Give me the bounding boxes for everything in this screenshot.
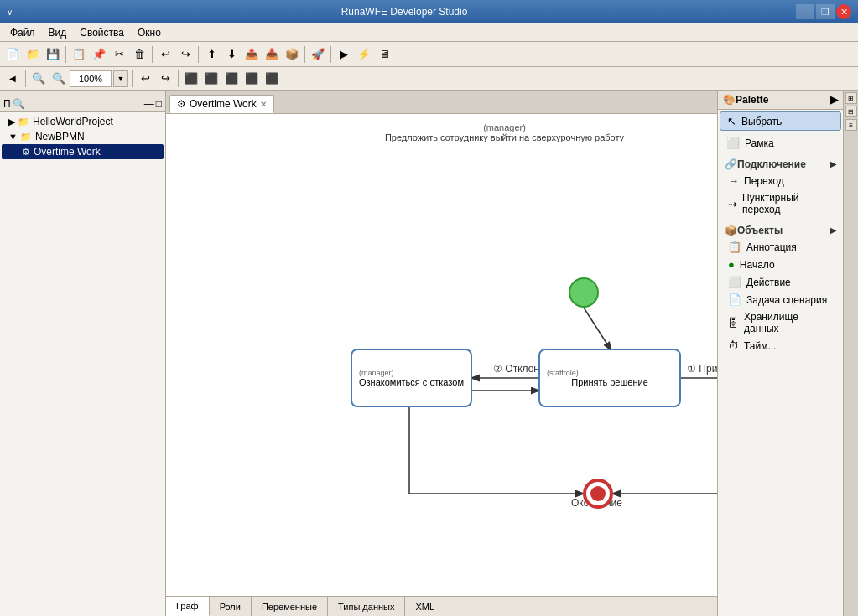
tb-zoom-out[interactable]: 🔍 <box>29 70 48 88</box>
tb-sep8 <box>178 70 179 87</box>
bpmn-node-reject[interactable]: (manager) Ознакомиться с отказом <box>351 349 472 407</box>
panel-tabs: П 🔍 — □ <box>0 91 165 112</box>
tb-run2[interactable]: ⚡ <box>355 45 373 64</box>
tab-close-btn[interactable]: ✕ <box>260 100 267 109</box>
palette-dashed-transition[interactable]: ⇢ Пунктирный переход <box>721 189 840 218</box>
svg-line-0 <box>584 308 611 349</box>
bpmn-node-decision[interactable]: (staffrole) Принять решение <box>538 349 681 407</box>
tb-paste[interactable]: 📌 <box>90 45 108 64</box>
start-label: Начало <box>740 259 775 271</box>
tb-export4[interactable]: 📦 <box>283 45 301 64</box>
tb-delete[interactable]: 🗑 <box>130 45 148 64</box>
bpmn-end-node[interactable] <box>583 479 613 509</box>
objects-expand[interactable]: ▶ <box>830 226 836 235</box>
palette-datastorage[interactable]: 🗄 Хранилище данных <box>721 308 840 337</box>
tb-import[interactable]: ⬆ <box>202 45 221 64</box>
timer-icon: ⏱ <box>728 339 739 352</box>
tb-redo2[interactable]: ↪ <box>156 70 174 88</box>
tb-redo[interactable]: ↪ <box>176 45 195 64</box>
tree-item-helloworld[interactable]: ▶ 📁 HelloWorldProject <box>2 114 164 129</box>
palette-transition[interactable]: → Переход <box>721 172 840 189</box>
minimize-button[interactable]: — <box>796 4 814 19</box>
tab-datatypes[interactable]: Типы данных <box>328 597 405 616</box>
palette-connections: 🔗 Подключение ▶ → Переход ⇢ Пунктирный п… <box>718 153 843 220</box>
tb-align3[interactable]: ⬛ <box>222 70 241 88</box>
tb-export3[interactable]: 📥 <box>263 45 281 64</box>
editor-tab-overtime[interactable]: ⚙ Overtime Work ✕ <box>169 95 274 113</box>
tab-xml[interactable]: XML <box>405 597 445 616</box>
tb-undo[interactable]: ↩ <box>156 45 174 64</box>
far-right-btn2[interactable]: ⊟ <box>845 106 857 117</box>
tb-export2[interactable]: 📤 <box>242 45 261 64</box>
palette-annotation[interactable]: 📋 Аннотация <box>721 238 840 256</box>
tb-zoom-out-small[interactable]: ◀ <box>3 70 22 88</box>
palette-arrow[interactable]: ▶ <box>830 94 838 106</box>
action-icon: ⬜ <box>728 276 741 288</box>
svg-text:① Принять: ① Принять <box>687 363 717 375</box>
tb-align1[interactable]: ⬛ <box>182 70 200 88</box>
tb-export[interactable]: ⬇ <box>222 45 241 64</box>
action-label: Действие <box>746 277 791 288</box>
frame-icon: ⬜ <box>726 137 740 149</box>
connections-expand[interactable]: ▶ <box>830 160 836 168</box>
tab-graph[interactable]: Граф <box>166 597 210 616</box>
palette-scenario[interactable]: 📄 Задача сценария <box>721 291 840 308</box>
close-button[interactable]: ✕ <box>836 4 851 19</box>
tb-copy[interactable]: 📋 <box>70 45 88 64</box>
menu-file[interactable]: Файл <box>3 25 42 40</box>
palette-connections-header[interactable]: 🔗 Подключение ▶ <box>721 155 840 172</box>
bpmn-start-node[interactable] <box>569 277 599 308</box>
connections-icon: 🔗 <box>725 158 737 170</box>
panel-maximize-btn[interactable]: □ <box>156 98 162 110</box>
tb-new[interactable]: 📄 <box>3 45 22 64</box>
palette-panel: 🎨 Palette ▶ ↖ Выбрать ⬜ Рамка 🔗 Подключе… <box>717 91 843 616</box>
palette-title: Palette <box>736 94 768 106</box>
tb-cut[interactable]: ✂ <box>110 45 128 64</box>
start-icon: ● <box>728 258 735 271</box>
menu-view[interactable]: Вид <box>42 25 74 40</box>
palette-timer[interactable]: ⏱ Тайм... <box>721 337 840 355</box>
tb-zoom-in[interactable]: 🔍 <box>49 70 68 88</box>
zoom-input[interactable]: 100% <box>70 70 112 87</box>
package-explorer-icon[interactable]: П <box>3 98 11 110</box>
tb-align4[interactable]: ⬛ <box>242 70 261 88</box>
datastorage-label: Хранилище данных <box>744 311 833 334</box>
palette-icon: 🎨 <box>723 94 736 106</box>
far-right-btn3[interactable]: ≡ <box>845 119 857 131</box>
palette-header: 🎨 Palette ▶ <box>718 91 843 110</box>
tb-sep4 <box>304 46 305 63</box>
palette-action[interactable]: ⬜ Действие <box>721 273 840 291</box>
canvas-area[interactable]: ② Отклонить ① Принять Окончание (manager… <box>166 114 717 596</box>
search-icon[interactable]: 🔍 <box>13 98 25 110</box>
tree-item-overtime[interactable]: ⚙ Overtime Work <box>2 144 164 159</box>
menu-window[interactable]: Окно <box>131 25 168 40</box>
title-bar-chevron[interactable]: ∨ <box>7 8 13 17</box>
node-role-reject: (manager) <box>356 369 398 377</box>
palette-frame[interactable]: ⬜ Рамка <box>720 134 841 152</box>
tb-save[interactable]: 💾 <box>44 45 62 64</box>
tb-server[interactable]: 🖥 <box>375 45 393 64</box>
tb-folder[interactable]: 📁 <box>23 45 42 64</box>
palette-start[interactable]: ● Начало <box>721 256 840 273</box>
tree-item-newbpmn[interactable]: ▼ 📁 NewBPMN <box>2 129 164 144</box>
scenario-icon: 📄 <box>728 293 741 306</box>
menu-properties[interactable]: Свойства <box>73 25 131 40</box>
node-label: Принять решение <box>571 377 648 387</box>
tb-run[interactable]: ▶ <box>335 45 353 64</box>
tb-undo2[interactable]: ↩ <box>136 70 154 88</box>
tab-roles[interactable]: Роли <box>210 597 252 616</box>
tb-deploy[interactable]: 🚀 <box>309 45 327 64</box>
connections-label: Подключение <box>737 158 806 170</box>
tb-align2[interactable]: ⬛ <box>202 70 221 88</box>
zoom-dropdown[interactable]: ▼ <box>113 70 128 87</box>
bottom-tabs: Граф Роли Переменные Типы данных XML <box>166 596 717 616</box>
scenario-label: Задача сценария <box>746 294 827 306</box>
tb-align5[interactable]: ⬛ <box>263 70 281 88</box>
far-right-btn1[interactable]: ⊞ <box>845 92 857 104</box>
panel-minimize-btn[interactable]: — <box>144 98 154 110</box>
maximize-button[interactable]: ❐ <box>816 4 835 19</box>
palette-objects-header[interactable]: 📦 Объекты ▶ <box>721 221 840 238</box>
palette-select[interactable]: ↖ Выбрать <box>720 111 841 131</box>
tab-variables[interactable]: Переменные <box>252 597 328 616</box>
center-area: ⚙ Overtime Work ✕ <box>166 91 717 616</box>
